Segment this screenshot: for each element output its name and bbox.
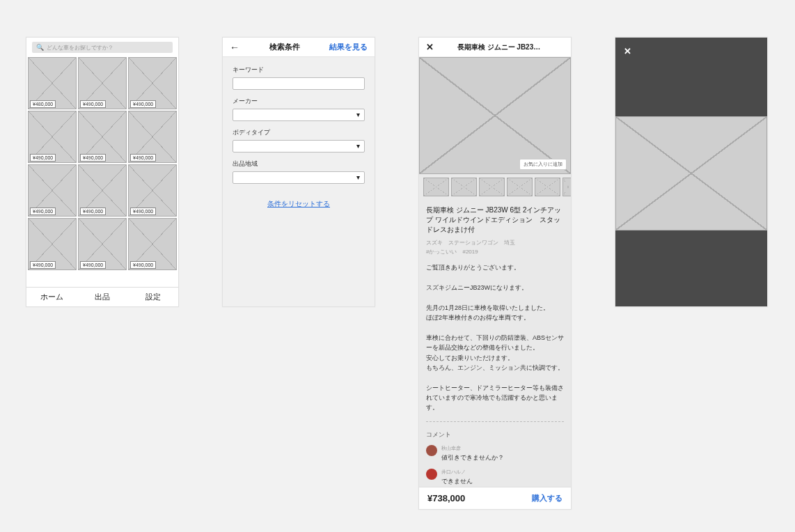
- comment-author: 井口ハルノ: [441, 469, 473, 476]
- screen-title: 6 - 検索条件: [223, 37, 265, 38]
- product-price: ¥490,000: [130, 100, 156, 108]
- product-cell[interactable]: ¥490,000: [128, 57, 177, 109]
- keyword-input[interactable]: [233, 77, 365, 90]
- screen-product-list: 5 - 商品一覧 🔍 どんな車をお探しですか？ ¥480,000 ¥490,00…: [26, 37, 179, 307]
- add-favorite-button[interactable]: お気に入りに追加: [519, 159, 567, 170]
- zoomed-image[interactable]: [615, 116, 767, 230]
- search-input[interactable]: 🔍 どんな車をお探しですか？: [32, 42, 173, 53]
- region-select[interactable]: [233, 171, 365, 184]
- product-cell[interactable]: ¥490,000: [128, 218, 177, 270]
- thumbnail[interactable]: [451, 178, 477, 196]
- product-price: ¥490,000: [30, 208, 56, 215]
- product-price: ¥480,000: [30, 100, 56, 108]
- back-icon[interactable]: ←: [230, 42, 239, 53]
- avatar: [426, 469, 437, 480]
- screen-title: 5 - 商品一覧: [26, 37, 68, 38]
- screen-photo-zoom: 8 - 商品写真拡大 ✕: [615, 37, 768, 307]
- screen-search-conditions: 6 - 検索条件 ← 検索条件 結果を見る キーワード メーカー ボディタイプ …: [222, 37, 375, 307]
- product-price: ¥490,000: [80, 261, 106, 269]
- comment-text: 値引きできませんか？: [441, 453, 504, 462]
- search-placeholder: どんな車をお探しですか？: [47, 44, 113, 52]
- thumbnail[interactable]: [562, 178, 572, 196]
- product-cell[interactable]: ¥490,000: [78, 111, 127, 163]
- product-price: ¥490,000: [130, 261, 156, 269]
- header: ✕ 長期車検 ジムニー JB23…: [419, 38, 571, 57]
- product-cell[interactable]: ¥480,000: [28, 57, 77, 109]
- product-cell[interactable]: ¥490,000: [28, 164, 77, 217]
- label-region: 出品地域: [233, 159, 365, 169]
- see-results-button[interactable]: 結果を見る: [329, 42, 368, 52]
- reset-conditions-link[interactable]: 条件をリセットする: [233, 199, 365, 209]
- close-icon[interactable]: ✕: [624, 46, 631, 56]
- tab-home[interactable]: ホーム: [26, 288, 77, 306]
- product-cell[interactable]: ¥490,000: [78, 57, 127, 109]
- label-bodytype: ボディタイプ: [233, 128, 365, 137]
- product-grid: ¥480,000 ¥490,000 ¥490,000 ¥490,000 ¥490…: [26, 57, 178, 270]
- buy-bar: ¥738,000 購入する: [419, 487, 571, 509]
- comments-header: コメント: [426, 430, 564, 439]
- header-title: 検索条件: [239, 42, 329, 52]
- product-cell[interactable]: ¥490,000: [128, 111, 177, 163]
- product-cell[interactable]: ¥490,000: [128, 164, 177, 217]
- bodytype-select[interactable]: [233, 140, 365, 152]
- product-cell[interactable]: ¥490,000: [78, 218, 127, 270]
- thumbnail[interactable]: [507, 178, 533, 196]
- comment-item: 秋山幸彦 値引きできませんか？: [426, 445, 564, 462]
- product-price: ¥490,000: [130, 154, 156, 162]
- product-cell[interactable]: ¥490,000: [78, 164, 127, 217]
- comment-text: できません: [441, 477, 473, 486]
- product-title: 長期車検 ジムニー JB23W 6型 2インチアップ ワイルドウインドエディショ…: [426, 205, 564, 235]
- comment-item: 井口ハルノ できません: [426, 469, 564, 485]
- thumbnail-strip: [419, 174, 571, 200]
- product-price: ¥490,000: [130, 208, 156, 215]
- screen-title: 7 - 商品詳細: [419, 37, 461, 38]
- product-cell[interactable]: ¥490,000: [28, 218, 77, 270]
- avatar: [426, 445, 437, 456]
- close-icon[interactable]: ✕: [426, 42, 434, 52]
- header-title: 長期車検 ジムニー JB23…: [434, 42, 564, 52]
- header: ← 検索条件 結果を見る: [223, 38, 375, 57]
- product-price: ¥490,000: [30, 261, 56, 269]
- screen-product-detail: 7 - 商品詳細 ✕ 長期車検 ジムニー JB23… お気に入りに追加 長期車検…: [418, 37, 572, 510]
- product-content: 長期車検 ジムニー JB23W 6型 2インチアップ ワイルドウインドエディショ…: [419, 200, 571, 508]
- tab-settings[interactable]: 設定: [127, 288, 178, 306]
- product-price: ¥490,000: [80, 154, 106, 162]
- thumbnail[interactable]: [423, 178, 449, 196]
- product-cell[interactable]: ¥490,000: [28, 111, 77, 163]
- screen-title: 8 - 商品写真拡大: [615, 37, 672, 38]
- tab-bar: ホーム 出品 設定: [26, 287, 178, 306]
- maker-select[interactable]: [233, 109, 365, 121]
- tab-sell[interactable]: 出品: [77, 288, 128, 306]
- product-price: ¥490,000: [80, 100, 106, 108]
- label-maker: メーカー: [233, 97, 365, 106]
- hero-image[interactable]: お気に入りに追加: [419, 57, 571, 174]
- comment-author: 秋山幸彦: [441, 445, 504, 452]
- product-tags: #かっこいい #2019: [426, 248, 564, 256]
- buy-button[interactable]: 購入する: [532, 493, 562, 503]
- product-description: ご覧頂きありがとうございます。 スズキジムニーJB23Wになります。 先月の1月…: [426, 263, 564, 422]
- product-price: ¥490,000: [80, 208, 106, 215]
- product-price: ¥738,000: [427, 493, 532, 503]
- product-price: ¥490,000: [30, 154, 56, 162]
- search-icon: 🔍: [36, 44, 44, 51]
- thumbnail[interactable]: [479, 178, 505, 196]
- label-keyword: キーワード: [233, 65, 365, 75]
- thumbnail[interactable]: [535, 178, 560, 196]
- product-meta: スズキ ステーションワゴン 埼玉: [426, 239, 564, 247]
